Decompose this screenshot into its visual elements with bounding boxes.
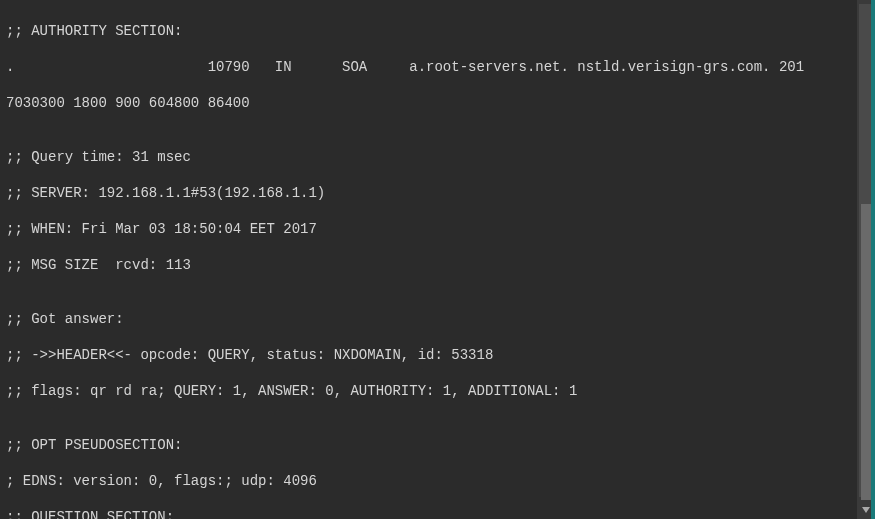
output-line: ;; ->>HEADER<<- opcode: QUERY, status: N… (6, 346, 851, 364)
output-line: ; EDNS: version: 0, flags:; udp: 4096 (6, 472, 851, 490)
output-line: 7030300 1800 900 604800 86400 (6, 94, 851, 112)
output-line: ;; SERVER: 192.168.1.1#53(192.168.1.1) (6, 184, 851, 202)
output-line: ;; AUTHORITY SECTION: (6, 22, 851, 40)
output-line: ;; flags: qr rd ra; QUERY: 1, ANSWER: 0,… (6, 382, 851, 400)
output-line: ;; WHEN: Fri Mar 03 18:50:04 EET 2017 (6, 220, 851, 238)
window-edge (871, 0, 875, 519)
output-line: . 10790 IN SOA a.root-servers.net. nstld… (6, 58, 851, 76)
terminal-output[interactable]: ;; AUTHORITY SECTION: . 10790 IN SOA a.r… (0, 0, 857, 519)
output-line: ;; Query time: 31 msec (6, 148, 851, 166)
output-line: ;; QUESTION SECTION: (6, 508, 851, 519)
output-line: ;; Got answer: (6, 310, 851, 328)
output-line: ;; MSG SIZE rcvd: 113 (6, 256, 851, 274)
output-line: ;; OPT PSEUDOSECTION: (6, 436, 851, 454)
